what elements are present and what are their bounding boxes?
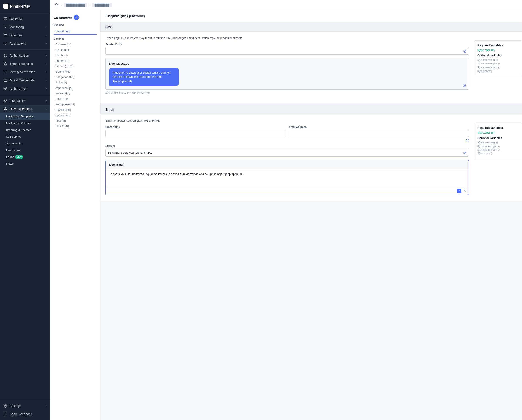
- sms-optional-var-3: ${app.name}: [477, 69, 519, 73]
- language-item-pt[interactable]: Portuguese (pt): [54, 101, 97, 107]
- sub-nav-languages[interactable]: Languages: [0, 147, 50, 153]
- email-optional-var-1: ${user.name.given}: [477, 145, 519, 148]
- home-icon[interactable]: [54, 3, 58, 8]
- svg-rect-6: [4, 71, 7, 73]
- sidebar-item-monitoring-label: Monitoring: [10, 25, 43, 29]
- section-separator: [100, 103, 522, 105]
- sidebar-item-applications-label: Applications: [10, 42, 43, 45]
- email-variables-area: Required Variables ${app.open.url} Optio…: [474, 114, 522, 201]
- subject-label: Subject: [106, 145, 469, 147]
- sms-new-message-title: New Message: [109, 62, 465, 65]
- sidebar-item-directory-label: Directory: [10, 34, 43, 37]
- sub-nav-notification-templates[interactable]: Notification Templates: [0, 113, 50, 120]
- subject-input[interactable]: [106, 149, 461, 156]
- chevron-down-icon: ▾: [46, 63, 47, 65]
- sms-description: Exceeding 160 characters may result in m…: [106, 36, 469, 40]
- language-item-th[interactable]: Thai (th): [54, 118, 97, 123]
- sub-nav-notification-policies[interactable]: Notification Policies: [0, 120, 50, 127]
- sender-id-input[interactable]: [106, 47, 461, 54]
- language-item-pl[interactable]: Polish (pl): [54, 96, 97, 101]
- main-content: › ██████████ › ████████ Languages + Enab…: [50, 0, 522, 420]
- activity-icon: [3, 25, 8, 29]
- language-item-it[interactable]: Italian (it): [54, 80, 97, 85]
- email-description: Email templates support plain text or HT…: [106, 119, 469, 123]
- chevron-down-icon: ▾: [46, 34, 47, 37]
- sidebar-item-threat-protection[interactable]: Threat Protection ▾: [0, 60, 50, 68]
- language-item-nl[interactable]: Dutch (nl): [54, 53, 97, 58]
- email-close-button[interactable]: ✕: [463, 189, 466, 193]
- language-item-de[interactable]: German (de): [54, 69, 97, 74]
- chevron-down-icon: ▾: [46, 26, 47, 28]
- language-item-tr[interactable]: Turkish (tr): [54, 123, 97, 129]
- from-name-label: From Name: [106, 125, 285, 129]
- language-item-zh[interactable]: Chinese (zh): [54, 42, 97, 47]
- sender-id-help-icon[interactable]: ?: [119, 43, 122, 46]
- user-icon: [3, 107, 8, 111]
- sub-nav-self-service[interactable]: Self Service: [0, 133, 50, 140]
- sidebar-item-identity-verification[interactable]: Identity Verification ▾: [0, 68, 50, 76]
- template-header: English (en) (Default): [100, 10, 522, 22]
- sidebar-item-overview[interactable]: Overview: [0, 15, 50, 23]
- sms-optional-vars-title: Optional Variables: [477, 54, 519, 57]
- sender-id-edit-button[interactable]: [461, 47, 469, 54]
- language-item-ja[interactable]: Japanese (ja): [54, 85, 97, 91]
- from-name-input[interactable]: [106, 130, 285, 137]
- sidebar-item-digital-credentials[interactable]: Digital Credentials ▾: [0, 76, 50, 84]
- language-item-fr[interactable]: French (fr): [54, 58, 97, 63]
- sms-required-var-0[interactable]: ${app.open.url}: [477, 49, 519, 52]
- sub-nav-agreements[interactable]: Agreements: [0, 140, 50, 147]
- email-body[interactable]: To setup your BX Insurance Digital Walle…: [106, 169, 469, 187]
- sidebar-item-threat-protection-label: Threat Protection: [10, 62, 43, 66]
- sub-nav-forms[interactable]: Forms NEW: [0, 153, 50, 160]
- sidebar-item-settings[interactable]: Settings ▾: [0, 402, 50, 410]
- settings-icon: [3, 404, 8, 408]
- breadcrumb-sep2: ›: [89, 3, 90, 7]
- sidebar-item-user-experience[interactable]: User Experience ▴: [0, 105, 50, 113]
- sidebar-item-authentication[interactable]: Authentication ▾: [0, 51, 50, 60]
- from-edit-button[interactable]: [466, 138, 469, 142]
- globe-icon: [3, 17, 8, 21]
- sidebar-item-applications[interactable]: Applications ▾: [0, 39, 50, 48]
- sms-variables-area: Required Variables ${app.open.url} Optio…: [474, 31, 522, 103]
- sidebar-item-share-feedback-label: Share Feedback: [10, 412, 47, 416]
- sub-nav-branding-themes[interactable]: Branding & Themes: [0, 127, 50, 133]
- email-optional-var-3: ${app.name}: [477, 152, 519, 155]
- subject-edit-button[interactable]: [461, 149, 469, 156]
- language-item-ko[interactable]: Korean (ko): [54, 91, 97, 96]
- email-editor: New Email To setup your BX Insurance Dig…: [106, 160, 469, 195]
- language-item-ru[interactable]: Russian (ru): [54, 107, 97, 112]
- sidebar-item-share-feedback[interactable]: Share Feedback: [0, 410, 50, 418]
- logo-box: [3, 4, 8, 9]
- language-item-cs[interactable]: Czech (cs): [54, 47, 97, 53]
- check-circle-icon: [3, 53, 8, 58]
- disabled-section-label: Disabled: [54, 37, 97, 40]
- email-from-row: From Name From Address: [106, 125, 469, 137]
- sms-message-edit-button[interactable]: [463, 83, 466, 87]
- sidebar-item-identity-verification-label: Identity Verification: [10, 70, 43, 74]
- sidebar-item-directory[interactable]: Directory ▾: [0, 31, 50, 39]
- chevron-up-icon: ▴: [46, 108, 47, 110]
- sub-nav-languages-label: Languages: [6, 149, 20, 152]
- add-language-button[interactable]: +: [74, 15, 79, 20]
- language-item-fr-ca[interactable]: French (fr-CA): [54, 63, 97, 69]
- sidebar-item-monitoring[interactable]: Monitoring ▾: [0, 23, 50, 31]
- breadcrumb-env: ██████████: [64, 3, 87, 7]
- sidebar-item-authorization[interactable]: Authorization ▾: [0, 84, 50, 93]
- email-required-var-0[interactable]: ${app.open.url}: [477, 131, 519, 134]
- language-item-en[interactable]: English (en): [54, 28, 97, 35]
- chevron-down-icon: ▾: [46, 71, 47, 73]
- language-item-hu[interactable]: Hungarian (hu): [54, 74, 97, 80]
- email-content: Email templates support plain text or HT…: [100, 114, 522, 201]
- from-address-input[interactable]: [289, 130, 469, 137]
- sms-message-box: New Message PingOne: To setup your Digit…: [106, 58, 469, 90]
- sub-nav-notification-templates-label: Notification Templates: [6, 115, 34, 118]
- languages-panel: Languages + Enabled English (en) Disable…: [50, 10, 100, 420]
- language-item-es[interactable]: Spanish (es): [54, 112, 97, 118]
- sms-variables-panel: Required Variables ${app.open.url} Optio…: [474, 40, 522, 76]
- email-confirm-button[interactable]: ✓: [457, 189, 461, 193]
- sidebar-item-authentication-label: Authentication: [10, 54, 43, 57]
- sub-nav-flows[interactable]: Flows: [0, 160, 50, 167]
- right-content: English (en) (Default) SMS Exceeding 160…: [100, 10, 522, 420]
- sidebar: PingIdentity. Overview Monitoring ▾ Dire…: [0, 0, 50, 420]
- sidebar-item-integrations[interactable]: Integrations ▾: [0, 97, 50, 105]
